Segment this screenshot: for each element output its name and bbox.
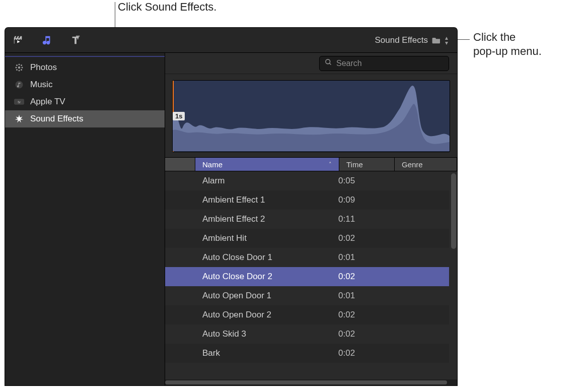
app-body: Photos Music tv Apple TV	[5, 53, 457, 385]
waveform[interactable]: 1s	[172, 80, 450, 152]
svg-point-10	[16, 81, 23, 89]
search-row	[165, 53, 457, 74]
row-name: Auto Close Door 2	[195, 272, 331, 282]
waveform-graphic	[173, 81, 450, 151]
table-row[interactable]: Auto Skid 30:02	[165, 324, 449, 344]
category-popup-menu[interactable]: Sound Effects ▴▾	[371, 33, 452, 47]
popup-chevrons-icon: ▴▾	[445, 35, 448, 45]
row-time: 0:02	[331, 348, 387, 358]
table-row[interactable]: Auto Open Door 20:02	[165, 305, 449, 324]
waveform-time-badge: 1s	[173, 112, 185, 120]
search-field[interactable]	[319, 56, 449, 71]
popup-label: Sound Effects	[375, 35, 428, 45]
svg-point-1	[18, 67, 21, 69]
svg-point-5	[22, 67, 23, 69]
main-panel: 1s Name ˄ Time Genre	[165, 53, 457, 385]
row-name: Ambient Effect 1	[195, 195, 331, 205]
sidebar-item-apple-tv[interactable]: tv Apple TV	[5, 93, 165, 110]
table-row[interactable]: Ambient Effect 20:11	[165, 210, 449, 229]
row-name: Auto Open Door 1	[195, 291, 331, 301]
svg-point-7	[21, 64, 22, 66]
column-name[interactable]: Name ˄	[195, 158, 339, 171]
sidebar-item-sound-effects[interactable]: Sound Effects	[5, 110, 165, 127]
table-row[interactable]: Ambient Effect 10:09	[165, 190, 449, 210]
svg-marker-13	[15, 115, 24, 123]
svg-marker-0	[17, 40, 20, 43]
row-name: Ambient Effect 2	[195, 214, 331, 224]
photos-icon	[14, 62, 24, 73]
row-time: 0:02	[331, 310, 387, 320]
table-row[interactable]: Ambient Hit0:02	[165, 229, 449, 248]
media-browser-clapboard-icon[interactable]	[10, 32, 26, 48]
row-time: 0:01	[331, 291, 387, 301]
sidebar-item-label: Apple TV	[30, 97, 65, 107]
row-time: 0:01	[331, 252, 387, 263]
row-time: 0:05	[331, 176, 387, 186]
folder-icon	[432, 37, 441, 44]
burst-icon	[14, 114, 24, 124]
column-time-label: Time	[346, 160, 363, 169]
table-row[interactable]: Auto Close Door 10:01	[165, 248, 449, 267]
svg-point-2	[19, 64, 20, 66]
sidebar-item-label: Photos	[30, 62, 57, 73]
svg-line-15	[329, 63, 331, 64]
sidebar-item-photos[interactable]: Photos	[5, 59, 165, 76]
row-name: Auto Close Door 1	[195, 252, 331, 263]
row-time: 0:02	[331, 272, 387, 282]
table-row[interactable]: Auto Close Door 20:02	[165, 267, 449, 286]
table-body: Alarm0:05Ambient Effect 10:09Ambient Eff…	[165, 171, 457, 385]
table-row[interactable]: Bark0:02	[165, 344, 449, 363]
horizontal-scrollbar-thumb[interactable]	[165, 380, 447, 384]
callout-line-right	[456, 39, 470, 40]
app-window: Sound Effects ▴▾ Photos	[5, 28, 457, 385]
svg-point-8	[16, 69, 18, 71]
callout-right-1: Click the	[473, 30, 516, 45]
column-time[interactable]: Time	[339, 158, 395, 171]
search-icon	[325, 58, 332, 68]
sidebar-item-music[interactable]: Music	[5, 76, 165, 93]
svg-point-3	[19, 70, 20, 72]
row-time: 0:09	[331, 195, 387, 205]
table-row[interactable]: Alarm0:05	[165, 171, 449, 190]
column-gutter[interactable]	[165, 158, 195, 171]
column-genre-label: Genre	[402, 160, 423, 169]
svg-point-9	[21, 69, 22, 71]
row-time: 0:11	[331, 214, 387, 224]
row-name: Bark	[195, 348, 331, 358]
apple-tv-icon: tv	[14, 97, 24, 107]
svg-point-4	[16, 67, 17, 69]
music-notes-icon[interactable]	[39, 32, 55, 48]
column-genre[interactable]: Genre	[395, 158, 457, 171]
sort-ascending-icon: ˄	[329, 161, 332, 168]
column-name-label: Name	[202, 160, 223, 169]
table-header: Name ˄ Time Genre	[165, 157, 457, 171]
svg-text:tv: tv	[18, 100, 21, 104]
sidebar-accent-line	[5, 56, 165, 57]
row-time: 0:02	[331, 329, 387, 339]
row-name: Auto Skid 3	[195, 329, 331, 339]
sidebar-item-label: Music	[30, 80, 52, 90]
titles-t-icon[interactable]	[67, 32, 84, 48]
row-name: Ambient Hit	[195, 233, 331, 243]
callout-top: Click Sound Effects.	[118, 0, 216, 15]
waveform-container: 1s	[165, 74, 457, 157]
sidebar: Photos Music tv Apple TV	[5, 53, 165, 385]
table-row[interactable]: Auto Open Door 10:01	[165, 286, 449, 305]
toolbar: Sound Effects ▴▾	[5, 28, 457, 53]
row-name: Auto Open Door 2	[195, 310, 331, 320]
vertical-scrollbar[interactable]	[451, 173, 456, 249]
search-input[interactable]	[336, 59, 444, 68]
callout-right-2: pop-up menu.	[473, 44, 542, 59]
row-time: 0:02	[331, 233, 387, 243]
horizontal-scrollbar[interactable]	[165, 379, 457, 385]
svg-point-14	[326, 59, 330, 64]
sidebar-item-label: Sound Effects	[30, 114, 84, 124]
svg-point-6	[16, 64, 18, 66]
row-name: Alarm	[195, 176, 331, 186]
music-icon	[14, 80, 24, 90]
rows-container: Alarm0:05Ambient Effect 10:09Ambient Eff…	[165, 171, 449, 363]
